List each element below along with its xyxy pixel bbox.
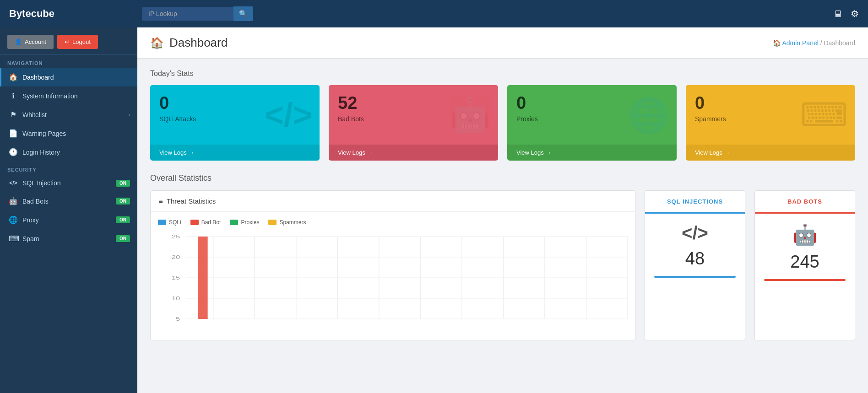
- sidebar: 👤 Account ↩ Logout NAVIGATION 🏠 Dashboar…: [0, 27, 137, 393]
- bad-bots-bar: [764, 279, 846, 281]
- svg-rect-10: [198, 237, 208, 319]
- content-area: Today's Stats 0 SQLi Attacks </> View Lo…: [137, 59, 868, 351]
- user-icon: 👤: [15, 38, 22, 45]
- legend-label-sqli: SQLi: [169, 219, 181, 226]
- stat-card-bad-bots-body: 52 Bad Bots 🤖: [329, 85, 498, 145]
- chart-svg-area: 25 20 15 10 5: [158, 232, 628, 333]
- sqli-footer[interactable]: View Logs →: [150, 145, 320, 161]
- breadcrumb-separator: /: [820, 39, 824, 47]
- sidebar-label-login-history: Login History: [22, 149, 60, 156]
- spammers-view-logs: View Logs →: [695, 149, 730, 156]
- sql-injections-body: </> 48: [645, 214, 745, 287]
- proxies-view-logs: View Logs →: [516, 149, 551, 156]
- legend-dot-spammers: [268, 220, 277, 225]
- sql-injection-badge: ON: [116, 180, 130, 187]
- logout-button[interactable]: ↩ Logout: [57, 35, 98, 49]
- sidebar-item-bad-bots[interactable]: 🤖 Bad Bots ON: [0, 192, 137, 210]
- sql-injections-card: SQL INJECTIONS </> 48: [645, 190, 745, 340]
- svg-text:10: 10: [172, 296, 180, 301]
- breadcrumb-current: Dashboard: [824, 39, 856, 47]
- legend-label-spammers: Spammers: [279, 219, 306, 226]
- threat-chart-card: ≡ Threat Statistics SQLi Bad Bot: [150, 190, 635, 340]
- sqli-view-logs: View Logs →: [159, 149, 194, 156]
- bot-icon: 🤖: [9, 197, 18, 205]
- legend-sqli: SQLi: [158, 219, 181, 226]
- stat-card-sqli[interactable]: 0 SQLi Attacks </> View Logs →: [150, 85, 320, 161]
- chart-header: ≡ Threat Statistics: [151, 191, 635, 212]
- spammers-footer[interactable]: View Logs →: [686, 145, 855, 161]
- layout: 👤 Account ↩ Logout NAVIGATION 🏠 Dashboar…: [0, 27, 868, 393]
- sidebar-item-login-history[interactable]: 🕐 Login History: [0, 143, 137, 162]
- stat-card-bad-bots[interactable]: 52 Bad Bots 🤖 View Logs →: [329, 85, 498, 161]
- legend-proxies: Proxies: [230, 219, 259, 226]
- stats-grid: 0 SQLi Attacks </> View Logs → 52 Bad Bo…: [150, 85, 855, 161]
- legend-dot-proxies: [230, 220, 238, 225]
- monitor-icon[interactable]: 🖥: [833, 9, 842, 19]
- sidebar-item-system-information[interactable]: ℹ System Information: [0, 86, 137, 105]
- svg-text:15: 15: [172, 275, 180, 281]
- search-button[interactable]: 🔍: [233, 6, 253, 21]
- overall-grid: ≡ Threat Statistics SQLi Bad Bot: [150, 190, 855, 340]
- bad-bots-bg-icon: 🤖: [450, 96, 491, 135]
- stat-card-spammers-body: 0 Spammers ⌨: [686, 85, 855, 145]
- page-title: 🏠 Dashboard: [150, 36, 228, 50]
- sqli-bg-icon: </>: [265, 96, 312, 134]
- doc-icon: 📄: [9, 129, 18, 138]
- bad-bots-view-logs: View Logs →: [338, 149, 373, 156]
- sidebar-item-warning-pages[interactable]: 📄 Warning Pages: [0, 124, 137, 143]
- sidebar-item-sql-injection[interactable]: </> SQL Injection ON: [0, 174, 137, 192]
- brand: Bytecube: [9, 8, 142, 20]
- stat-card-proxies[interactable]: 0 Proxies 🌐 View Logs →: [507, 85, 677, 161]
- sql-icon: </>: [682, 223, 708, 243]
- page-header: 🏠 Dashboard 🏠 Admin Panel / Dashboard: [137, 27, 868, 59]
- info-icon: ℹ: [9, 92, 18, 100]
- sql-injections-header: SQL INJECTIONS: [645, 191, 745, 214]
- spam-badge: ON: [116, 235, 130, 242]
- chart-svg: 25 20 15 10 5: [158, 232, 628, 333]
- sidebar-label-dashboard: Dashboard: [22, 74, 54, 81]
- sql-injections-bar: [654, 276, 736, 278]
- breadcrumb-link[interactable]: Admin Panel: [782, 39, 818, 47]
- overall-stats-title: Overall Statistics: [150, 173, 855, 183]
- bad-bots-footer[interactable]: View Logs →: [329, 145, 498, 161]
- sidebar-item-spam[interactable]: ⌨ Spam ON: [0, 229, 137, 248]
- account-button[interactable]: 👤 Account: [7, 35, 54, 49]
- clock-icon: 🕐: [9, 148, 18, 156]
- stat-card-spammers[interactable]: 0 Spammers ⌨ View Logs →: [686, 85, 855, 161]
- svg-text:5: 5: [176, 316, 180, 322]
- legend-label-proxies: Proxies: [241, 219, 259, 226]
- breadcrumb: 🏠 Admin Panel / Dashboard: [773, 39, 855, 47]
- proxy-badge: ON: [116, 216, 130, 223]
- logout-icon: ↩: [65, 38, 70, 45]
- bar-chart-icon: ≡: [159, 197, 163, 205]
- stat-card-sqli-body: 0 SQLi Attacks </>: [150, 85, 320, 145]
- search-bar: 🔍: [142, 6, 253, 21]
- svg-text:20: 20: [172, 254, 180, 260]
- sidebar-label-spam: Spam: [22, 235, 39, 242]
- spammers-bg-icon: ⌨: [800, 96, 848, 134]
- bad-bots-overall-count: 245: [790, 252, 819, 272]
- breadcrumb-home-icon: 🏠: [773, 39, 781, 47]
- proxies-footer[interactable]: View Logs →: [507, 145, 677, 161]
- sidebar-item-proxy[interactable]: 🌐 Proxy ON: [0, 210, 137, 229]
- code-icon: </>: [9, 180, 18, 186]
- main-content: 🏠 Dashboard 🏠 Admin Panel / Dashboard To…: [137, 27, 868, 393]
- settings-icon[interactable]: ⚙: [851, 8, 859, 19]
- sidebar-label-bad-bots: Bad Bots: [22, 198, 49, 205]
- proxies-bg-icon: 🌐: [628, 96, 669, 135]
- sidebar-label-whitelist: Whitelist: [22, 111, 47, 118]
- legend-dot-bad-bot: [190, 220, 199, 225]
- search-input[interactable]: [142, 7, 233, 21]
- sidebar-item-whitelist[interactable]: ⚑ Whitelist ›: [0, 105, 137, 124]
- legend-bad-bot: Bad Bot: [190, 219, 221, 226]
- sql-injections-count: 48: [685, 249, 705, 269]
- sidebar-top: 👤 Account ↩ Logout: [0, 27, 137, 55]
- page-home-icon: 🏠: [150, 37, 164, 49]
- stat-card-proxies-body: 0 Proxies 🌐: [507, 85, 677, 145]
- keyboard-icon: ⌨: [9, 234, 18, 243]
- chart-legend: SQLi Bad Bot Proxies: [158, 219, 628, 226]
- sidebar-item-dashboard[interactable]: 🏠 Dashboard: [0, 68, 137, 86]
- legend-spammers: Spammers: [268, 219, 306, 226]
- todays-stats-title: Today's Stats: [150, 70, 855, 78]
- sidebar-label-system-information: System Information: [22, 92, 78, 100]
